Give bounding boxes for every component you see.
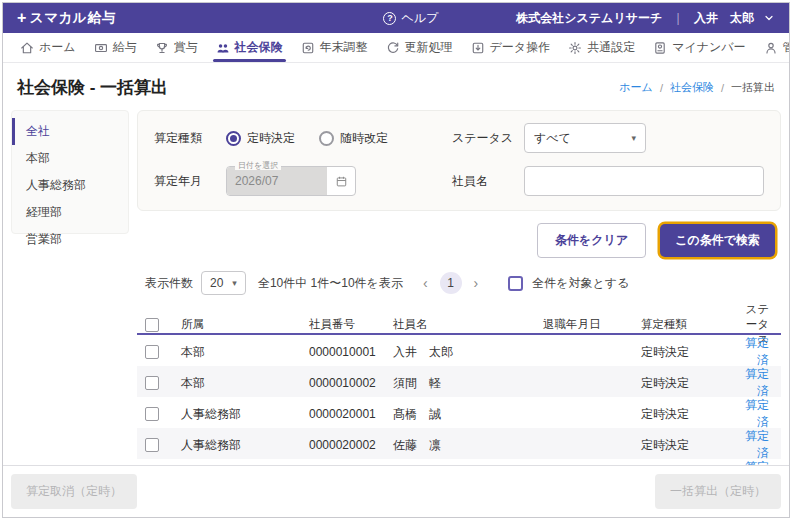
- nav-item-yearend-adjustment[interactable]: 年末調整: [292, 33, 377, 62]
- app-logo: + スマカル 給与: [17, 9, 116, 27]
- select-all-label: 全件を対象とする: [532, 275, 629, 292]
- calc-month-label: 算定年月: [154, 173, 216, 190]
- filter-actions: 条件をクリア この条件で検索: [139, 221, 779, 260]
- home-icon: [20, 41, 34, 55]
- status-link[interactable]: 算定済: [745, 367, 769, 398]
- next-page-icon[interactable]: ›: [474, 276, 479, 290]
- status-link[interactable]: 算定済: [745, 429, 769, 460]
- list-controls: 表示件数 20 ▾ 全10件中 1件〜10件を表示 ‹ 1 › 全件を対象とする: [137, 271, 781, 295]
- breadcrumb-separator: /: [721, 82, 724, 94]
- department-sidebar: 全社 本部 人事総務部 経理部 営業部: [11, 110, 129, 234]
- col-header-calc-type: 算定種類: [641, 317, 743, 332]
- app-window: + スマカル 給与 ? ヘルプ 株式会社システムリサーチ ｜ 入井 太郎 ホーム…: [2, 2, 790, 518]
- radio-selected-icon: [226, 131, 241, 146]
- nav-item-payroll[interactable]: 給与: [85, 33, 146, 62]
- calendar-icon[interactable]: [327, 175, 355, 188]
- banknote-icon: [94, 41, 108, 55]
- help-button[interactable]: ? ヘルプ: [383, 10, 438, 27]
- breadcrumb-home[interactable]: ホーム: [619, 80, 653, 95]
- nav-item-admin[interactable]: 管理: [755, 33, 790, 62]
- action-footer: 算定取消（定時） 一括算出（定時）: [3, 465, 789, 517]
- date-floating-label: 日付を選択: [235, 162, 281, 170]
- people-icon: [216, 41, 230, 55]
- user-menu[interactable]: 入井 太郎: [694, 10, 754, 27]
- person-icon: [764, 41, 778, 55]
- page-header: 社会保険 - 一括算出 ホーム / 社会保険 / 一括算出: [3, 63, 789, 110]
- col-header-name: 社員名: [393, 317, 543, 332]
- table-row: 本部 0000010002 須間 軽 定時決定 算定済: [137, 366, 781, 397]
- cancel-calculation-button[interactable]: 算定取消（定時）: [11, 474, 137, 509]
- app-logo-text: スマカル: [30, 9, 87, 27]
- company-name: 株式会社システムリサーチ: [516, 10, 662, 27]
- sidebar-item-accounting[interactable]: 経理部: [12, 199, 128, 226]
- nav-item-update-process[interactable]: 更新処理: [377, 33, 462, 62]
- calc-month-date-field[interactable]: 日付を選択 2026/07: [226, 166, 356, 196]
- breadcrumb-current: 一括算出: [731, 80, 775, 95]
- nav-item-bonus[interactable]: 賞与: [146, 33, 207, 62]
- download-box-icon: [471, 41, 485, 55]
- topbar-divider: ｜: [672, 10, 684, 27]
- radio-zuiji-kaitei[interactable]: 随時改定: [319, 130, 388, 147]
- row-checkbox[interactable]: [145, 376, 159, 390]
- date-value: 2026/07: [227, 167, 327, 195]
- pagination: ‹ 1 ›: [423, 272, 478, 294]
- breadcrumb-social-insurance[interactable]: 社会保険: [670, 80, 714, 95]
- help-icon: ?: [383, 12, 396, 25]
- row-checkbox[interactable]: [145, 345, 159, 359]
- employee-name-label: 社員名: [452, 173, 514, 190]
- nav-item-my-number[interactable]: マイナンバー: [644, 33, 754, 62]
- nav-item-data-operations[interactable]: データ操作: [462, 33, 560, 62]
- breadcrumb: ホーム / 社会保険 / 一括算出: [619, 80, 775, 95]
- status-link[interactable]: 算定済: [745, 398, 769, 429]
- sidebar-item-headquarters[interactable]: 本部: [12, 145, 128, 172]
- status-label: ステータス: [452, 130, 514, 147]
- calc-type-label: 算定種類: [154, 130, 216, 147]
- select-all-checkbox[interactable]: [508, 276, 523, 291]
- page-size-select[interactable]: 20 ▾: [201, 271, 246, 295]
- gear-icon: [568, 41, 582, 55]
- app-logo-suffix: 給与: [88, 9, 116, 27]
- radio-unselected-icon: [319, 131, 334, 146]
- sidebar-item-sales[interactable]: 営業部: [12, 226, 128, 253]
- col-header-emp-no: 社員番号: [309, 317, 393, 332]
- main-content: 全社 本部 人事総務部 経理部 営業部 算定種類 定時決定: [3, 110, 789, 465]
- clear-conditions-button[interactable]: 条件をクリア: [537, 223, 646, 258]
- col-header-retire-date: 退職年月日: [543, 317, 641, 332]
- header-checkbox[interactable]: [145, 318, 159, 332]
- nav-item-social-insurance[interactable]: 社会保険: [207, 33, 292, 62]
- nav-item-home[interactable]: ホーム: [11, 33, 85, 62]
- refresh-icon: [386, 41, 400, 55]
- employee-name-input[interactable]: [524, 166, 764, 196]
- sidebar-item-hr-general-affairs[interactable]: 人事総務部: [12, 172, 128, 199]
- top-bar: + スマカル 給与 ? ヘルプ 株式会社システムリサーチ ｜ 入井 太郎: [3, 3, 789, 33]
- chevron-down-icon[interactable]: [763, 12, 775, 24]
- table-row: 本部 0000010001 入井 太郎 定時決定 算定済: [137, 335, 781, 366]
- prev-page-icon[interactable]: ‹: [423, 276, 428, 290]
- table-row: 人事総務部 0000020001 髙橋 誠 定時決定 算定済: [137, 397, 781, 428]
- row-checkbox[interactable]: [145, 438, 159, 452]
- main-nav: ホーム 給与 賞与 社会保険 年末調整 更新処理 データ操作 共通設定: [3, 33, 789, 63]
- search-filter-panel: 算定種類 定時決定 随時改定 ステータス: [137, 110, 781, 211]
- status-link[interactable]: 算定済: [745, 336, 769, 367]
- page-size-label: 表示件数: [145, 275, 193, 292]
- batch-calculate-button[interactable]: 一括算出（定時）: [655, 474, 781, 509]
- yearend-doc-icon: [301, 41, 315, 55]
- id-card-icon: [653, 41, 667, 55]
- employee-table: 所属 社員番号 社員名 退職年月日 算定種類 ステータス 本部 00000100…: [137, 302, 781, 465]
- page-number-1[interactable]: 1: [440, 272, 462, 294]
- status-select[interactable]: すべて ▾: [524, 123, 646, 153]
- radio-teiji-kettei[interactable]: 定時決定: [226, 130, 295, 147]
- trophy-icon: [155, 41, 169, 55]
- caret-down-icon: ▾: [631, 133, 636, 143]
- result-range-text: 全10件中 1件〜10件を表示: [258, 275, 403, 292]
- table-header-row: 所属 社員番号 社員名 退職年月日 算定種類 ステータス: [137, 302, 781, 335]
- sidebar-item-all-company[interactable]: 全社: [12, 118, 128, 145]
- page-title: 社会保険 - 一括算出: [17, 76, 168, 99]
- table-row: 人事総務部 0000020002 佐藤 凛 定時決定 算定済: [137, 428, 781, 459]
- breadcrumb-separator: /: [660, 82, 663, 94]
- caret-down-icon: ▾: [232, 278, 237, 288]
- nav-item-common-settings[interactable]: 共通設定: [559, 33, 644, 62]
- row-checkbox[interactable]: [145, 407, 159, 421]
- help-label: ヘルプ: [401, 10, 438, 27]
- search-button[interactable]: この条件で検索: [660, 224, 775, 257]
